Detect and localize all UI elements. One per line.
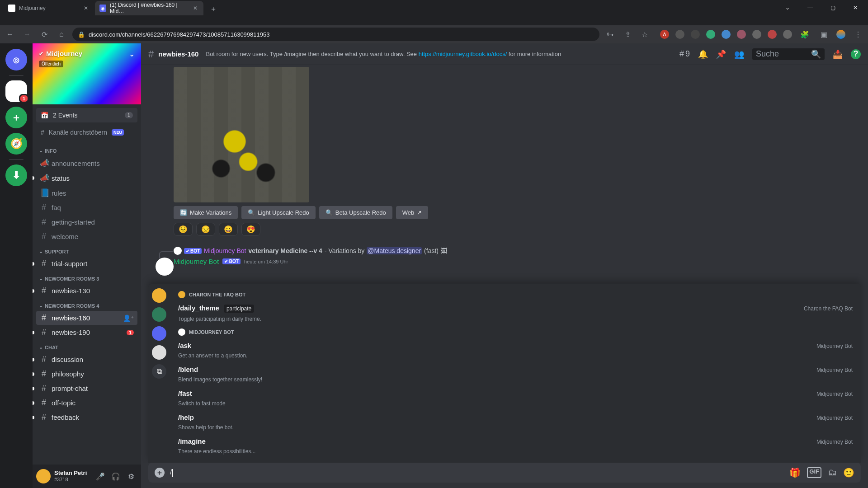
reaction-button[interactable]: 😍 bbox=[241, 223, 260, 236]
back-icon[interactable]: ← bbox=[4, 28, 16, 41]
browse-channels-button[interactable]: #Kanäle durchstöbernNEU bbox=[36, 125, 137, 140]
channel-newbies-160[interactable]: #newbies-160👤⁺ bbox=[36, 311, 137, 325]
user-mention[interactable]: @Mateus designer bbox=[367, 247, 422, 254]
attach-plus-icon[interactable]: ＋ bbox=[155, 468, 165, 478]
channel-off-topic[interactable]: #off-topic bbox=[36, 396, 137, 410]
search-input[interactable]: Suche🔍 bbox=[752, 48, 825, 60]
ac-source-icon[interactable] bbox=[152, 307, 166, 322]
server-midjourney-icon[interactable]: 1 bbox=[5, 80, 27, 102]
server-banner[interactable]: ✔Midjourney Öffentlich ⌄ bbox=[33, 43, 141, 104]
gift-icon[interactable]: 🎁 bbox=[789, 467, 801, 478]
chevron-down-icon[interactable]: ⌄ bbox=[129, 50, 135, 58]
channel-feedback[interactable]: #feedback bbox=[36, 410, 137, 424]
channel-getting-started[interactable]: #getting-started bbox=[36, 215, 137, 229]
settings-gear-icon[interactable]: ⚙ bbox=[125, 470, 137, 483]
maximize-icon[interactable]: ▢ bbox=[823, 1, 843, 14]
message-avatar[interactable] bbox=[156, 258, 174, 276]
sidepanel-icon[interactable]: ▣ bbox=[817, 28, 830, 41]
ac-item-daily-theme[interactable]: /daily_themeparticipateCharon the FAQ Bo… bbox=[175, 301, 855, 316]
extension-icon[interactable] bbox=[752, 30, 761, 39]
web-button[interactable]: Web ↗ bbox=[396, 206, 429, 219]
channel-status[interactable]: 📣status bbox=[36, 171, 137, 185]
extensions-menu-icon[interactable]: 🧩 bbox=[798, 28, 811, 41]
category-header[interactable]: ⌄NEWCOMER ROOMS 3 bbox=[36, 271, 137, 283]
extension-icon[interactable] bbox=[722, 30, 731, 39]
download-icon[interactable]: ⬇ bbox=[5, 164, 27, 186]
channel-trial-support[interactable]: #trial-support bbox=[36, 257, 137, 271]
reload-icon[interactable]: ⟳ bbox=[38, 28, 51, 41]
reaction-button[interactable]: 😣 bbox=[174, 223, 193, 236]
add-server-icon[interactable]: ＋ bbox=[5, 107, 27, 128]
light-upscale-button[interactable]: 🔍 Light Upscale Redo bbox=[241, 206, 315, 219]
message-list[interactable]: 🔄 Make Variations 🔍 Light Upscale Redo 🔍… bbox=[141, 65, 868, 463]
extension-icon[interactable] bbox=[706, 30, 715, 39]
channel-welcome[interactable]: #welcome bbox=[36, 230, 137, 244]
category-header[interactable]: ⌄INFO bbox=[36, 143, 137, 155]
url-bar[interactable]: 🔒discord.com/channels/662267976984297473… bbox=[72, 28, 599, 41]
sticker-icon[interactable]: 🗂 bbox=[828, 467, 837, 478]
ac-source-icon[interactable] bbox=[152, 326, 166, 341]
chevron-down-icon[interactable]: ⌄ bbox=[778, 1, 797, 14]
home-icon[interactable]: ⌂ bbox=[55, 28, 68, 41]
star-icon[interactable]: ☆ bbox=[638, 28, 651, 41]
channel-philosophy[interactable]: #philosophy bbox=[36, 367, 137, 381]
ac-item-fast[interactable]: /fastMidjourney Bot bbox=[175, 386, 855, 400]
ac-item-blend[interactable]: /blendMidjourney Bot bbox=[175, 362, 855, 376]
beta-upscale-button[interactable]: 🔍 Beta Upscale Redo bbox=[319, 206, 392, 219]
gif-icon[interactable]: GIF bbox=[807, 467, 821, 478]
category-header[interactable]: ⌄SUPPORT bbox=[36, 244, 137, 256]
channel-newbies-130[interactable]: #newbies-130 bbox=[36, 284, 137, 298]
key-icon[interactable]: 🗝 bbox=[604, 28, 617, 41]
help-icon[interactable]: ? bbox=[851, 49, 861, 59]
extension-icon[interactable] bbox=[783, 30, 792, 39]
make-variations-button[interactable]: 🔄 Make Variations bbox=[174, 206, 238, 219]
discord-home-icon[interactable]: ◎ bbox=[5, 49, 27, 70]
topic-link[interactable]: https://midjourney.gitbook.io/docs/ bbox=[419, 51, 507, 57]
ac-item-imagine[interactable]: /imagineMidjourney Bot bbox=[175, 434, 855, 448]
user-avatar[interactable] bbox=[36, 469, 51, 483]
extension-icon[interactable] bbox=[691, 30, 700, 39]
category-header[interactable]: ⌄NEWCOMER ROOMS 4 bbox=[36, 298, 137, 310]
members-icon[interactable]: 👥 bbox=[734, 49, 744, 59]
notifications-icon[interactable]: 🔔 bbox=[698, 49, 708, 59]
close-icon[interactable]: ✕ bbox=[192, 5, 199, 12]
events-button[interactable]: 📅2 Events1 bbox=[36, 108, 137, 122]
share-icon[interactable]: ⇪ bbox=[621, 28, 634, 41]
generated-image[interactable] bbox=[174, 67, 309, 202]
inbox-icon[interactable]: 📥 bbox=[833, 49, 843, 59]
emoji-picker-icon[interactable]: 🙂 bbox=[843, 467, 854, 478]
forward-icon[interactable]: → bbox=[21, 28, 33, 41]
ac-source-icon[interactable]: ⧉ bbox=[152, 364, 166, 379]
ac-item-ask[interactable]: /askMidjourney Bot bbox=[175, 338, 855, 352]
extension-icon[interactable] bbox=[768, 30, 777, 39]
channel-newbies-190[interactable]: #newbies-1901 bbox=[36, 325, 137, 339]
reaction-button[interactable]: 😒 bbox=[196, 223, 215, 236]
add-user-icon[interactable]: 👤⁺ bbox=[123, 314, 134, 322]
pinned-icon[interactable]: 📌 bbox=[716, 49, 726, 59]
channel-prompt-chat[interactable]: #prompt-chat bbox=[36, 381, 137, 395]
new-tab-button[interactable]: ＋ bbox=[207, 3, 220, 15]
minimize-icon[interactable]: — bbox=[800, 1, 820, 14]
mic-muted-icon[interactable]: 🎤 bbox=[94, 470, 107, 483]
threads-button[interactable]: #9 bbox=[679, 49, 690, 59]
profile-avatar-icon[interactable] bbox=[836, 30, 845, 39]
extension-icon[interactable]: A bbox=[660, 30, 669, 39]
message-author[interactable]: Midjourney Bot bbox=[174, 258, 219, 265]
kebab-menu-icon[interactable]: ⋮ bbox=[852, 28, 864, 41]
extension-icon[interactable] bbox=[675, 30, 684, 39]
channel-discussion[interactable]: #discussion bbox=[36, 352, 137, 366]
message-input[interactable]: ＋ / 🎁 GIF 🗂 🙂 bbox=[148, 463, 861, 483]
channel-faq[interactable]: #faq bbox=[36, 201, 137, 215]
browser-tab[interactable]: ◉(1) Discord | #newbies-160 | Mid…✕ bbox=[95, 1, 203, 15]
reaction-button[interactable]: 😀 bbox=[219, 223, 238, 236]
extension-icon[interactable] bbox=[737, 30, 746, 39]
channel-rules[interactable]: 📘rules bbox=[36, 186, 137, 200]
browser-tab[interactable]: Midjourney✕ bbox=[4, 1, 94, 15]
reply-reference[interactable]: ✔ BOT Midjourney Bot veterinary Medicine… bbox=[148, 247, 861, 255]
channel-announcements[interactable]: 📣announcements bbox=[36, 156, 137, 170]
ac-source-icon[interactable] bbox=[152, 288, 166, 303]
category-header[interactable]: ⌄CHAT bbox=[36, 340, 137, 352]
channel-topic[interactable]: Bot room for new users. Type /imagine th… bbox=[206, 51, 675, 57]
close-icon[interactable]: ✕ bbox=[82, 5, 90, 12]
ac-source-icon[interactable] bbox=[152, 345, 166, 360]
